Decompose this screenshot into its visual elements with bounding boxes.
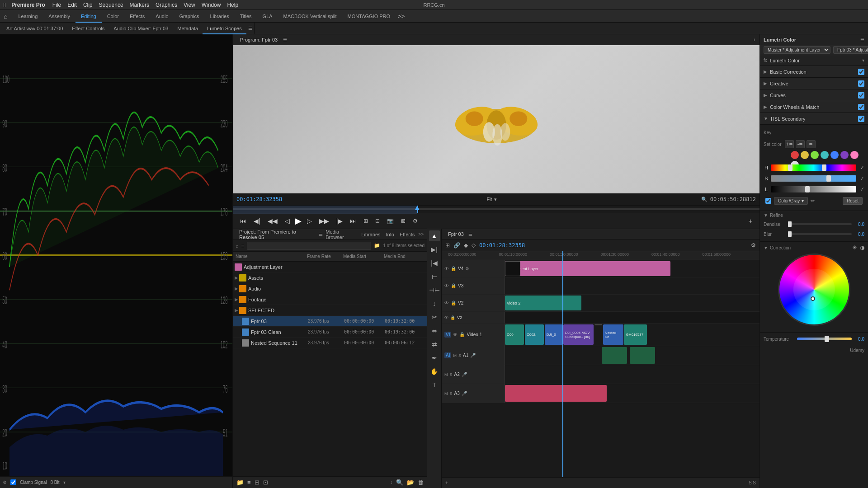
l-slider-track[interactable] [771, 186, 856, 192]
audio-clip-a3[interactable] [505, 385, 607, 402]
lumetri-fx-dropdown[interactable]: ▾ [862, 58, 864, 63]
proj-row-fptr03[interactable]: Fptr 03 23.976 fps 00:00:00:00 00:19:32:… [233, 316, 427, 327]
ws-tab-montaggio[interactable]: MONTAGGIO PRO [342, 10, 396, 23]
proj-row-assets[interactable]: ▶ Assets [233, 272, 427, 283]
proj-free-form-btn[interactable]: ⊡ [263, 479, 268, 486]
track-content-a2[interactable] [505, 365, 760, 384]
s-slider-track[interactable] [771, 175, 856, 182]
left-panel-menu[interactable]: ☰ [248, 26, 252, 31]
proj-panel-menu[interactable]: ☰ [319, 232, 323, 237]
ws-tab-libraries[interactable]: Libraries [205, 10, 235, 23]
refine-arrow[interactable]: ▼ [764, 213, 768, 218]
track-content-v2[interactable] [505, 312, 760, 323]
proj-icon-view-btn[interactable]: ⊞ [255, 479, 259, 486]
clip-dji0[interactable]: DJI_0 [545, 324, 562, 345]
tab-metadata[interactable]: Metadata [173, 23, 203, 34]
track-content-a1[interactable] [505, 346, 760, 365]
color-gray-edit-btn[interactable]: ✏ [811, 198, 815, 204]
eyedropper-subtract[interactable]: ✒ [807, 140, 816, 148]
ws-tab-macbook[interactable]: MACBOOK Vertical split [278, 10, 342, 23]
lumetri-creative-checkbox[interactable] [858, 80, 864, 87]
tab-audio-clip-mixer[interactable]: Audio Clip Mixer: Fptr 03 [109, 23, 173, 34]
track-lock-v4[interactable]: 🔒 [451, 266, 456, 271]
fit-selector[interactable]: Fit ▾ [486, 197, 496, 202]
tab-art-artist[interactable]: Art Artist.wav 00:01:37:00 [2, 23, 67, 34]
tl-bottom-plus[interactable]: + [445, 480, 448, 485]
bit-depth-arrow[interactable]: ▾ [63, 480, 66, 485]
zoom-icon[interactable]: 🔍 [701, 197, 708, 202]
tool-selection[interactable]: ▲ [429, 230, 440, 241]
track-eye-v3[interactable]: 👁 [444, 283, 449, 288]
tl-nest-btn[interactable]: ⊞ [445, 242, 450, 249]
ws-tab-titles[interactable]: Titles [235, 10, 257, 23]
swatch-pink[interactable] [850, 151, 859, 159]
timecode-scrub-bar[interactable] [233, 205, 760, 213]
clip-nested-seq[interactable]: Nested Se [603, 324, 623, 345]
proj-tab-media-browser[interactable]: Media Browser [323, 229, 359, 240]
add-button[interactable]: + [747, 216, 754, 225]
lumetri-basic-checkbox[interactable] [858, 69, 864, 75]
lumetri-section-colorwheels[interactable]: ▶ Color Wheels & Match [760, 101, 868, 113]
track-eye-v2u[interactable]: 👁 [444, 300, 449, 305]
clip-dji0004[interactable]: DJI_0004.MOV Subclip001 [80] [563, 324, 594, 345]
tl-panel-menu[interactable]: ☰ [468, 232, 472, 237]
tool-track-select-back[interactable]: |◀ [429, 258, 440, 268]
swatch-teal[interactable] [821, 151, 829, 159]
proj-tab-info[interactable]: Info [383, 232, 397, 237]
corr-shadow-icon[interactable]: ◑ [860, 244, 864, 251]
step-frame-back-button[interactable]: ◀◀ [266, 216, 279, 225]
track-vi-v1[interactable]: VI [444, 332, 451, 338]
go-to-out-button[interactable]: |▶ [335, 216, 345, 225]
tl-tab-main[interactable]: Fptr 03 [445, 231, 467, 237]
track-mute-a3[interactable]: M [444, 391, 448, 396]
menu-view[interactable]: View [184, 2, 195, 8]
lumetri-section-hsl[interactable]: ▼ HSL Secondary [760, 113, 868, 125]
track-settings-v4[interactable]: ⚙ [465, 266, 469, 271]
tl-keyframe-btn[interactable]: ◇ [472, 242, 476, 249]
tool-slip[interactable]: ⇔ [429, 325, 440, 336]
menu-graphics[interactable]: Graphics [156, 2, 177, 8]
track-content-v4[interactable]: Adjustment Layer [505, 260, 760, 277]
ws-tab-assembly[interactable]: Assembly [43, 10, 75, 23]
next-keyframe-button[interactable]: ▷ [305, 216, 314, 225]
export-frame-button[interactable]: 📷 [385, 217, 396, 225]
timeline-ruler[interactable]: 00:01:00:00000 00:01:10:00000 00:01:20:0… [442, 251, 760, 260]
lumetri-menu-btn[interactable]: ☰ [860, 37, 864, 42]
lumetri-curves-checkbox[interactable] [858, 92, 864, 99]
menu-help[interactable]: Help [227, 2, 238, 8]
ws-tab-graphics[interactable]: Graphics [174, 10, 205, 23]
proj-row-selected[interactable]: ▶ SELECTED [233, 305, 427, 316]
track-lock-v2[interactable]: 🔒 [450, 315, 455, 320]
track-content-v3[interactable] [505, 277, 760, 294]
lumetri-master-preset[interactable]: Master * Adjustment Layer [764, 46, 830, 54]
corr-sun-icon[interactable]: ☀ [852, 244, 857, 251]
track-mute-a2[interactable]: M [444, 372, 448, 377]
multi-cam-button[interactable]: ⊠ [399, 217, 407, 225]
clip-small[interactable] [594, 324, 602, 325]
track-eye-v2[interactable]: 👁 [444, 315, 448, 320]
audio-clip-a1-1[interactable] [602, 347, 627, 364]
proj-icon-list[interactable]: ≡ [241, 243, 244, 249]
clip-black-bar[interactable] [505, 261, 520, 276]
proj-row-nested11[interactable]: Nested Sequence 11 23.976 fps 00:00:00:0… [233, 338, 427, 348]
proj-arrow-assets[interactable]: ▶ [235, 275, 238, 280]
swatch-blue[interactable] [830, 151, 839, 159]
track-ai-a1[interactable]: AI [444, 352, 451, 358]
previous-keyframe-button[interactable]: ◁ [283, 216, 292, 225]
lumetri-section-creative[interactable]: ▶ Creative [760, 78, 868, 89]
correction-arrow[interactable]: ▼ [764, 245, 768, 250]
menu-markers[interactable]: Markers [130, 2, 149, 8]
proj-panel-more[interactable]: >> [418, 232, 424, 237]
clamp-signal-checkbox[interactable] [10, 479, 16, 485]
proj-tab-effects[interactable]: Effects [397, 232, 417, 237]
track-content-v1[interactable]: C00 C002. DJI_0 DJI_0004.MOV Subclip001 … [505, 324, 760, 346]
tl-link-btn[interactable]: 🔗 [453, 242, 460, 249]
track-mute-a1[interactable]: M [453, 353, 457, 358]
lumetri-colorwheels-checkbox[interactable] [858, 104, 864, 110]
menu-clip[interactable]: Clip [83, 2, 93, 8]
insert-button[interactable]: ⊞ [362, 217, 370, 225]
track-lock-v1[interactable]: 🔒 [459, 332, 465, 337]
track-eye-v1[interactable]: 👁 [453, 332, 458, 337]
temperature-track[interactable] [797, 338, 852, 340]
eyedropper-remove[interactable]: -✒ [796, 140, 805, 148]
